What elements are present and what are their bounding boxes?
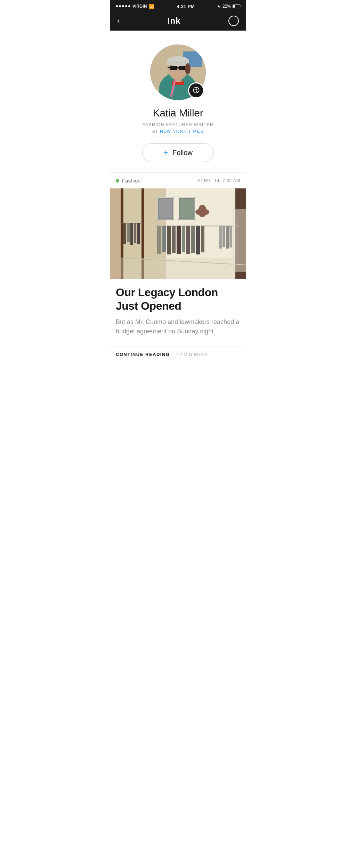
- wifi-icon: 📶: [149, 4, 154, 9]
- svg-rect-52: [222, 226, 225, 247]
- svg-rect-44: [177, 226, 181, 254]
- svg-rect-37: [134, 223, 136, 243]
- status-right: ★ 22%: [217, 4, 240, 9]
- back-button[interactable]: ‹: [117, 16, 120, 25]
- svg-rect-10: [177, 67, 179, 68]
- svg-rect-47: [191, 226, 195, 253]
- article-content: Our Legacy London Just Opened But as Mr.…: [110, 279, 246, 347]
- svg-rect-55: [121, 258, 235, 279]
- profile-name: Katia Miller: [153, 107, 203, 119]
- live-indicator: [116, 179, 119, 182]
- svg-rect-40: [157, 226, 161, 254]
- status-bar: VIRGIN 📶 4:21 PM ★ 22%: [110, 0, 246, 13]
- article-image-svg: [110, 188, 246, 279]
- svg-rect-54: [229, 226, 232, 248]
- article-image: [110, 188, 246, 279]
- nav-bar: ‹ Ink ···: [110, 13, 246, 31]
- status-time: 4:21 PM: [177, 4, 195, 9]
- svg-point-15: [185, 63, 191, 74]
- svg-rect-46: [186, 226, 190, 254]
- carrier-name: VIRGIN: [132, 4, 147, 9]
- avatar-container: ⓣ: [150, 44, 206, 100]
- svg-rect-27: [159, 199, 172, 218]
- article-footer: CONTINUE READING 12 MIN READ: [110, 347, 246, 364]
- battery-percent: 22%: [222, 4, 231, 9]
- profile-title-line1: FASHION FEATURES WRITER: [143, 122, 213, 127]
- svg-rect-35: [127, 223, 130, 242]
- profile-section: ⓣ Katia Miller FASHION FEATURES WRITER A…: [110, 31, 246, 172]
- svg-rect-42: [167, 226, 171, 254]
- svg-rect-36: [130, 223, 133, 245]
- category-tag: Fashion: [116, 178, 140, 184]
- svg-rect-56: [232, 209, 246, 272]
- app-title: Ink: [168, 16, 181, 26]
- signal-icon: [116, 5, 130, 7]
- profile-title-line2: AT: [152, 129, 158, 134]
- svg-rect-48: [196, 226, 200, 254]
- article-date: APRIL, 14, 7:32 AM: [197, 178, 240, 183]
- read-time: 12 MIN READ: [177, 352, 207, 357]
- svg-rect-51: [219, 226, 222, 249]
- continue-reading-button[interactable]: CONTINUE READING: [116, 352, 170, 357]
- svg-rect-30: [180, 199, 193, 218]
- svg-rect-41: [162, 226, 166, 252]
- svg-rect-38: [137, 223, 140, 244]
- follow-label: Follow: [172, 149, 193, 157]
- svg-rect-53: [226, 226, 229, 249]
- svg-rect-14: [167, 61, 189, 65]
- profile-org[interactable]: NEW YORK TIMES: [160, 129, 204, 134]
- article-category[interactable]: Fashion: [122, 178, 140, 184]
- follow-button[interactable]: + Follow: [142, 143, 214, 162]
- nyt-logo: ⓣ: [193, 86, 199, 95]
- svg-rect-34: [123, 223, 126, 244]
- profile-title: FASHION FEATURES WRITER AT NEW YORK TIME…: [143, 122, 213, 135]
- chat-button[interactable]: ···: [228, 16, 239, 26]
- follow-plus-icon: +: [163, 148, 168, 157]
- svg-rect-43: [172, 226, 176, 253]
- bluetooth-icon: ★: [217, 4, 221, 9]
- status-left: VIRGIN 📶: [116, 4, 154, 9]
- svg-rect-11: [168, 67, 170, 68]
- battery-icon: [233, 5, 240, 8]
- article-meta: Fashion APRIL, 14, 7:32 AM: [110, 173, 246, 188]
- nyt-badge: ⓣ: [188, 82, 204, 98]
- chat-icon: ···: [232, 18, 235, 23]
- svg-rect-49: [201, 226, 204, 252]
- svg-rect-18: [110, 188, 121, 279]
- article-excerpt: But as Mr. Cuomo and lawmakers reached a…: [116, 317, 240, 336]
- svg-rect-8: [170, 66, 177, 70]
- svg-rect-45: [182, 226, 185, 252]
- article-headline: Our Legacy London Just Opened: [116, 286, 240, 313]
- svg-point-32: [198, 205, 207, 217]
